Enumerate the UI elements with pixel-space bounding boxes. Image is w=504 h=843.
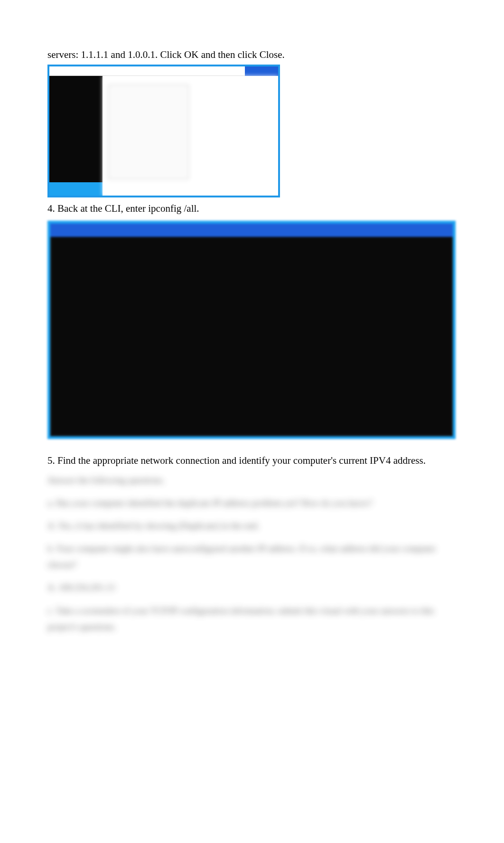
bottom-accent <box>49 182 103 196</box>
question-c: c. Take a screenshot of your TCP/IP conf… <box>47 603 457 635</box>
question-b: b. Your computer might also have autocon… <box>47 541 457 573</box>
dialog-titlebar <box>49 66 278 76</box>
dialog-body <box>49 76 278 196</box>
screenshot-network-dialog <box>47 65 280 197</box>
intro-text: servers: 1.1.1.1 and 1.0.0.1. Click OK a… <box>47 47 457 63</box>
step-4-text: 4. Back at the CLI, enter ipconfig /all. <box>47 201 457 216</box>
step-5-text: 5. Find the appropriate network connecti… <box>47 453 457 468</box>
question-a: a. Has your computer identified the dupl… <box>47 495 457 511</box>
answer-a: A. Yes, it has identified by showing (Du… <box>47 518 457 534</box>
title-accent <box>245 66 278 76</box>
blurred-questions: Answer the following questions. a. Has y… <box>47 472 457 636</box>
terminal-titlebar <box>50 224 453 237</box>
screenshot-ipconfig <box>47 221 456 439</box>
answer-b: A. 169.254.201.13 <box>47 580 457 596</box>
console-pane <box>49 76 103 196</box>
properties-pane <box>103 76 278 196</box>
ipv4-properties-box <box>108 84 189 179</box>
questions-heading: Answer the following questions. <box>47 472 457 488</box>
terminal-output <box>52 237 451 434</box>
